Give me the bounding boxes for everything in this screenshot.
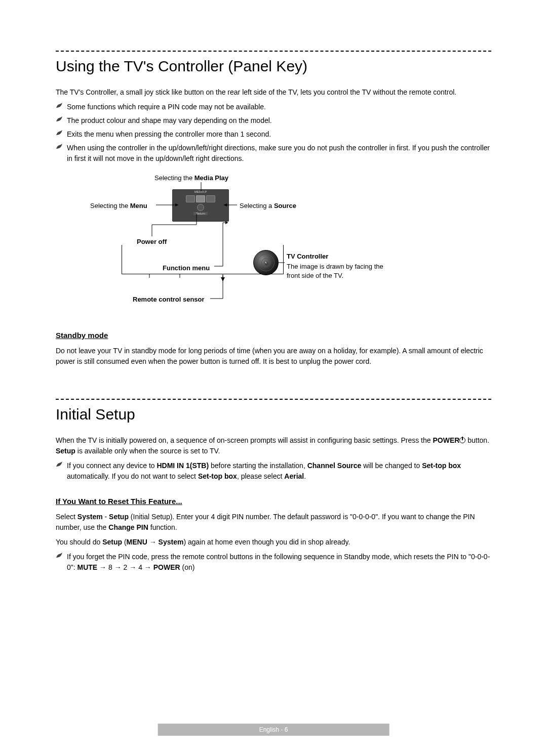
power-icon — [459, 437, 465, 443]
section-title-controller: Using the TV's Controller (Panel Key) — [56, 58, 491, 75]
controller-diagram: Selecting the Media Play Selecting the M… — [56, 174, 491, 316]
note-icon — [56, 116, 63, 122]
svg-marker-2 — [175, 203, 178, 206]
note-icon — [56, 130, 63, 136]
note-icon — [56, 144, 63, 150]
intro-text: The TV's Controller, a small joy stick l… — [56, 87, 491, 98]
setup-note-list: If you connect any device to HDMI IN 1(S… — [56, 460, 491, 482]
note-item: When using the controller in the up/down… — [56, 143, 491, 164]
joystick-icon: ⏻ — [253, 250, 279, 275]
setup-intro: When the TV is initially powered on, a s… — [56, 435, 491, 456]
divider — [56, 399, 491, 400]
note-item: Some functions which require a PIN code … — [56, 102, 491, 112]
note-text: Some functions which require a PIN code … — [67, 103, 266, 111]
divider — [56, 51, 491, 52]
note-text: If you connect any device to — [67, 461, 157, 470]
power-icon: ⏻ — [264, 261, 267, 264]
svg-marker-4 — [224, 203, 227, 206]
note-item: If you connect any device to HDMI IN 1(S… — [56, 460, 491, 482]
reset-p1: Select System - Setup (Initial Setup). E… — [56, 512, 491, 533]
note-icon — [56, 461, 63, 468]
reset-p2: You should do Setup (MENU → System) agai… — [56, 537, 491, 548]
reset-note-list: If you forget the PIN code, press the re… — [56, 552, 491, 573]
svg-marker-18 — [221, 277, 225, 281]
label-tv-controller-desc: The image is drawn by facing the front s… — [287, 262, 388, 280]
svg-marker-11 — [225, 221, 228, 224]
note-text: When using the controller in the up/down… — [67, 144, 490, 162]
note-item: If you forget the PIN code, press the re… — [56, 552, 491, 573]
note-item: Exits the menu when pressing the control… — [56, 129, 491, 140]
note-text: The product colour and shape may vary de… — [67, 116, 272, 124]
section-title-setup: Initial Setup — [56, 406, 491, 423]
standby-heading: Standby mode — [56, 331, 491, 340]
note-item: The product colour and shape may vary de… — [56, 115, 491, 126]
standby-text: Do not leave your TV in standby mode for… — [56, 346, 491, 367]
note-text: Exits the menu when pressing the control… — [67, 130, 271, 138]
note-icon — [56, 103, 63, 109]
note-icon — [56, 553, 63, 559]
reset-heading: If You Want to Reset This Feature... — [56, 497, 491, 506]
notes-list: Some functions which require a PIN code … — [56, 102, 491, 164]
page-footer: English - 6 — [158, 724, 389, 736]
